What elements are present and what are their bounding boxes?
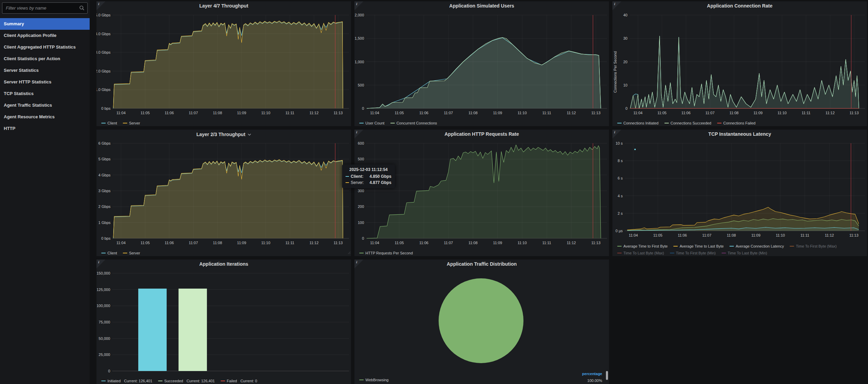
simulated-users-chart[interactable]: 05001,0001,5002,00011:0411:0511:0611:071… (354, 1, 609, 126)
sidebar-item-http[interactable]: HTTP (0, 123, 90, 134)
panel-title[interactable]: Application Traffic Distribution (365, 260, 599, 269)
sidebar-item-summary[interactable]: Summary (0, 18, 90, 30)
sidebar-item-client-statistics-per-action[interactable]: Client Statistics per Action (0, 53, 90, 65)
svg-text:125,000: 125,000 (96, 288, 110, 292)
svg-text:11:10: 11:10 (261, 111, 270, 115)
layer23-throughput-chart[interactable]: 0 bps1 Gbps2 Gbps3 Gbps4 Gbps5 Gbps6 Gbp… (96, 130, 351, 256)
svg-text:11:11: 11:11 (285, 111, 294, 115)
svg-text:2 s: 2 s (618, 211, 623, 215)
svg-text:4 s: 4 s (618, 194, 623, 198)
chart-legend: Average Time to First ByteAverage Time t… (617, 244, 865, 255)
svg-text:100: 100 (358, 221, 364, 225)
chart-legend: User CountConcurrent Connections (359, 121, 607, 125)
legend-item-server[interactable]: Server (123, 121, 140, 125)
legend-item-connections-initiated[interactable]: Connections Initiated (617, 121, 659, 125)
legend-item-connections-failed[interactable]: Connections Failed (717, 121, 755, 125)
sidebar-item-server-http-statistics[interactable]: Server HTTP Statistics (0, 76, 90, 88)
http-requests-rate-chart[interactable]: 010020030040050060011:0411:0511:0611:071… (354, 130, 609, 256)
panel-application-simulated-users: i Application Simulated Users 05001,0001… (354, 1, 609, 126)
panel-title[interactable]: Layer 2/3 Throughput (107, 130, 341, 139)
svg-text:11:10: 11:10 (518, 241, 527, 245)
pie-slice-webbrowsing[interactable] (439, 278, 523, 363)
legend-item-initiated[interactable]: InitiatedCurrent: 126,401 (101, 379, 152, 383)
svg-text:10 s: 10 s (616, 141, 623, 145)
chart-legend: InitiatedCurrent: 126,401SucceededCurren… (101, 379, 349, 383)
svg-text:11:05: 11:05 (395, 241, 404, 245)
legend-item-user-count[interactable]: User Count (359, 121, 385, 125)
svg-text:11:09: 11:09 (237, 111, 246, 115)
legend-item-webbrowsing[interactable]: WebBrowsing (359, 378, 389, 382)
chart-svg: 025,00050,00075,000100,000125,000150,000 (96, 260, 351, 384)
sidebar-item-agent-traffic-statistics[interactable]: Agent Traffic Statistics (0, 100, 90, 111)
iterations-bar-chart[interactable]: 025,00050,00075,000100,000125,000150,000 (96, 260, 351, 384)
svg-text:11:12: 11:12 (826, 111, 835, 115)
svg-text:11:07: 11:07 (189, 111, 198, 115)
sidebar-item-server-statistics[interactable]: Server Statistics (0, 65, 90, 76)
legend-item-client[interactable]: Client (101, 251, 117, 255)
chart-legend: HTTP Requests Per Second (359, 251, 607, 255)
svg-text:11:05: 11:05 (141, 111, 150, 115)
connection-rate-chart[interactable]: 01020304011:0411:0511:0611:0711:0811:091… (612, 1, 867, 126)
sidebar-item-client-application-profile[interactable]: Client Application Profile (0, 30, 90, 41)
svg-text:0 µs: 0 µs (616, 229, 623, 233)
sidebar-item-client-aggregated-http-statistics[interactable]: Client Aggregated HTTP Statistics (0, 41, 90, 53)
panel-title[interactable]: Application Simulated Users (365, 1, 599, 11)
svg-text:Connections Per Second: Connections Per Second (613, 51, 617, 93)
svg-text:1.0 Gbps: 1.0 Gbps (96, 88, 111, 92)
legend-item-client[interactable]: Client (101, 121, 117, 125)
bar-initiated[interactable] (138, 289, 167, 371)
legend-item-time-to-first-byte-min-[interactable]: Time To First Byte (Min) (670, 251, 716, 255)
svg-text:11:13: 11:13 (591, 241, 600, 245)
panel-title[interactable]: Application Iterations (107, 260, 341, 269)
chart-svg: 0 bps1.0 Gbps2.0 Gbps3.0 Gbps4.0 Gbps5.0… (96, 1, 351, 126)
legend-item-failed[interactable]: FailedCurrent: 0 (221, 379, 257, 383)
panel-title[interactable]: TCP Instantaneous Latency (623, 130, 857, 139)
chart-svg: 0 bps1 Gbps2 Gbps3 Gbps4 Gbps5 Gbps6 Gbp… (96, 130, 351, 256)
svg-text:1 Gbps: 1 Gbps (99, 221, 111, 225)
svg-text:11:10: 11:10 (261, 241, 270, 245)
legend-item-average-time-to-first-byte[interactable]: Average Time to First Byte (617, 244, 668, 248)
tcp-latency-chart[interactable]: 0 µs2 s4 s6 s8 s10 s11:0411:0511:0611:07… (612, 130, 867, 256)
svg-text:11:10: 11:10 (776, 233, 785, 237)
svg-text:11:08: 11:08 (468, 241, 478, 245)
legend-item-concurrent-connections[interactable]: Concurrent Connections (390, 121, 437, 125)
legend-item-average-connection-latency[interactable]: Average Connection Latency (729, 244, 784, 248)
filter-input-wrap (2, 2, 88, 14)
panel-title[interactable]: Application HTTP Requests Rate (365, 130, 599, 139)
svg-text:11:08: 11:08 (727, 233, 736, 237)
svg-text:4.0 Gbps: 4.0 Gbps (96, 32, 111, 36)
legend-item-time-to-first-byte-max-[interactable]: Time To First Byte (Max) (790, 244, 837, 248)
svg-text:3.0 Gbps: 3.0 Gbps (96, 50, 111, 54)
traffic-distribution-pie-chart[interactable] (354, 260, 609, 384)
svg-text:20: 20 (623, 60, 627, 64)
legend-item-http-requests-per-second[interactable]: HTTP Requests Per Second (359, 251, 413, 255)
legend-item-average-time-to-last-byte[interactable]: Average Time to Last Byte (673, 244, 724, 248)
chart-svg: 010020030040050060011:0411:0511:0611:071… (354, 130, 609, 256)
legend-item-succeeded[interactable]: SucceededCurrent: 126,401 (158, 379, 215, 383)
legend-item-time-to-last-byte-max-[interactable]: Time To Last Byte (Max) (617, 251, 664, 255)
svg-text:0 bps: 0 bps (101, 106, 111, 110)
percentage-column-header[interactable]: percentage (582, 372, 602, 376)
legend-item-connections-succeeded[interactable]: Connections Succeeded (664, 121, 711, 125)
chart-tooltip: 2025-12-03 11:12:54 Client: 4.850 Gbps S… (342, 164, 395, 188)
svg-text:11:11: 11:11 (285, 241, 294, 245)
legend-scrollbar[interactable] (606, 371, 608, 380)
legend-item-time-to-last-byte-min-[interactable]: Time To Last Byte (Min) (722, 251, 767, 255)
panel-title[interactable]: Layer 4/7 Throughput (107, 1, 341, 11)
sidebar-item-agent-resource-metrics[interactable]: Agent Resource Metrics (0, 111, 90, 123)
percentage-value: 100.00% (582, 379, 602, 383)
panel-tcp-instantaneous-latency: i TCP Instantaneous Latency 0 µs2 s4 s6 … (612, 130, 867, 256)
filter-views-input[interactable] (2, 2, 88, 14)
svg-text:200: 200 (358, 204, 364, 209)
panel-resize-handle[interactable] (347, 250, 351, 256)
legend-item-server[interactable]: Server (123, 251, 140, 255)
chart-legend: ClientServer (101, 121, 349, 125)
svg-text:11:12: 11:12 (567, 111, 576, 115)
sidebar-item-tcp-statistics[interactable]: TCP Statistics (0, 88, 90, 100)
svg-text:6 s: 6 s (618, 176, 623, 180)
svg-text:11:11: 11:11 (802, 111, 811, 115)
svg-text:11:07: 11:07 (702, 233, 712, 237)
panel-title[interactable]: Application Connection Rate (623, 1, 857, 11)
bar-succeeded[interactable] (179, 289, 207, 371)
layer47-throughput-chart[interactable]: 0 bps1.0 Gbps2.0 Gbps3.0 Gbps4.0 Gbps5.0… (96, 1, 351, 126)
